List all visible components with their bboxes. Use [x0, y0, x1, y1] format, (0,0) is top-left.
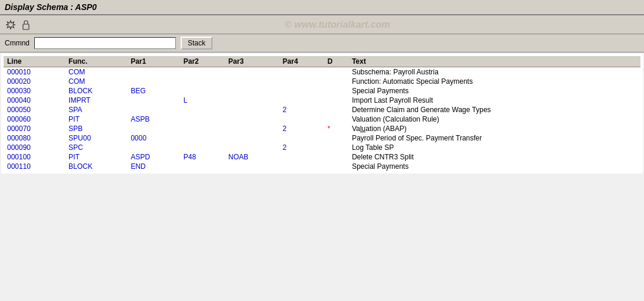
cell-col2: ASPD — [127, 152, 179, 162]
cell-col2: ASPB — [127, 114, 179, 124]
svg-rect-1 — [23, 24, 29, 30]
title-text: Display Schema : ASP0 — [5, 2, 97, 12]
cell-col5 — [279, 152, 324, 162]
cell-col0: 000030 — [4, 86, 65, 96]
cell-col6 — [324, 86, 348, 96]
cell-col4 — [225, 162, 279, 171]
cell-col5 — [279, 114, 324, 124]
cell-col6 — [324, 67, 348, 77]
cell-col6 — [324, 105, 348, 114]
cell-col0: 000010 — [4, 67, 65, 77]
cell-text: Determine Claim and Generate Wage Types — [348, 105, 640, 114]
cell-col5 — [279, 162, 324, 171]
stack-button[interactable]: Stack — [181, 37, 213, 50]
command-label: Cmmnd — [5, 39, 30, 47]
cell-col0: 000100 — [4, 152, 65, 162]
table-row: 000010COMSubschema: Payroll Austria — [4, 67, 640, 77]
cell-col1: SPU00 — [65, 133, 127, 143]
cell-col5 — [279, 86, 324, 96]
command-input[interactable] — [34, 37, 176, 49]
command-bar: Cmmnd Stack — [0, 34, 644, 53]
cell-col5 — [279, 96, 324, 105]
table-row: 000090SPC2Log Table SP — [4, 143, 640, 152]
cell-col2: 0000 — [127, 133, 179, 143]
title-bar: Display Schema : ASP0 — [0, 0, 644, 15]
col-header-par3: Par3 — [225, 56, 279, 67]
cell-text: Import Last Payroll Result — [348, 96, 640, 105]
cell-col5: 2 — [279, 105, 324, 114]
cell-col6 — [324, 96, 348, 105]
table-row: 000040IMPRTLImport Last Payroll Result — [4, 96, 640, 105]
cell-col6 — [324, 162, 348, 171]
col-header-func: Func. — [65, 56, 127, 67]
cell-col0: 000040 — [4, 96, 65, 105]
cell-col3 — [180, 162, 225, 171]
cell-col1: SPA — [65, 105, 127, 114]
cell-col2: END — [127, 162, 179, 171]
cell-col6 — [324, 77, 348, 86]
table-row: 000060PITASPBValuation (Calculation Rule… — [4, 114, 640, 124]
cell-col3 — [180, 86, 225, 96]
main-content: Line Func. Par1 Par2 Par3 Par4 D Text 00… — [1, 54, 643, 174]
cell-col4 — [225, 96, 279, 105]
col-header-par1: Par1 — [127, 56, 179, 67]
table-row: 000030BLOCKBEGSpecial Payments — [4, 86, 640, 96]
lock-icon[interactable] — [20, 19, 32, 31]
cell-col5 — [279, 77, 324, 86]
cell-col4 — [225, 114, 279, 124]
cell-col6 — [324, 152, 348, 162]
col-header-line: Line — [4, 56, 65, 67]
table-row: 000020COMFunction: Automatic Special Pay… — [4, 77, 640, 86]
cell-col3 — [180, 77, 225, 86]
cell-text: Log Table SP — [348, 143, 640, 152]
cell-col5 — [279, 67, 324, 77]
cell-col6: * — [324, 124, 348, 133]
cell-col3 — [180, 105, 225, 114]
cell-col2 — [127, 124, 179, 133]
schema-table: Line Func. Par1 Par2 Par3 Par4 D Text 00… — [4, 56, 640, 171]
watermark: © www.tutorialkart.com — [35, 19, 639, 30]
table-header-row: Line Func. Par1 Par2 Par3 Par4 D Text — [4, 56, 640, 67]
cell-col4 — [225, 67, 279, 77]
cell-col1: PIT — [65, 152, 127, 162]
cell-text: Special Payments — [348, 86, 640, 96]
table-row: 000050SPA2Determine Claim and Generate W… — [4, 105, 640, 114]
cell-text: Valuation (Calculation Rule) — [348, 114, 640, 124]
cell-col0: 000070 — [4, 124, 65, 133]
cell-col1: IMPRT — [65, 96, 127, 105]
col-header-par2: Par2 — [180, 56, 225, 67]
cell-col5: 2 — [279, 143, 324, 152]
table-row: 000100PITASPDP48NOABDelete CNTR3 Split — [4, 152, 640, 162]
cell-col0: 000020 — [4, 77, 65, 86]
cell-col1: COM — [65, 67, 127, 77]
cell-col1: SPB — [65, 124, 127, 133]
cell-col3 — [180, 67, 225, 77]
cell-text: Delete CNTR3 Split — [348, 152, 640, 162]
cell-col6 — [324, 114, 348, 124]
settings-icon[interactable] — [5, 19, 17, 31]
cell-col1: PIT — [65, 114, 127, 124]
cell-col5 — [279, 133, 324, 143]
cell-col0: 000050 — [4, 105, 65, 114]
cell-text: Valuation (ABAP) — [348, 124, 640, 133]
cell-col0: 000110 — [4, 162, 65, 171]
cell-col4: NOAB — [225, 152, 279, 162]
cell-col2 — [127, 105, 179, 114]
cell-col4 — [225, 105, 279, 114]
cell-col3 — [180, 114, 225, 124]
cell-col3: P48 — [180, 152, 225, 162]
cell-col1: BLOCK — [65, 86, 127, 96]
svg-marker-0 — [6, 21, 15, 29]
col-header-d: D — [324, 56, 348, 67]
cell-col2: BEG — [127, 86, 179, 96]
cell-text: Function: Automatic Special Payments — [348, 77, 640, 86]
cell-text: Payroll Period of Spec. Payment Transfer — [348, 133, 640, 143]
cell-col0: 000060 — [4, 114, 65, 124]
col-header-text: Text — [348, 56, 640, 67]
cell-col1: COM — [65, 77, 127, 86]
cell-col2 — [127, 77, 179, 86]
cell-col1: SPC — [65, 143, 127, 152]
cell-col4 — [225, 143, 279, 152]
cell-col3 — [180, 124, 225, 133]
cell-col4 — [225, 133, 279, 143]
